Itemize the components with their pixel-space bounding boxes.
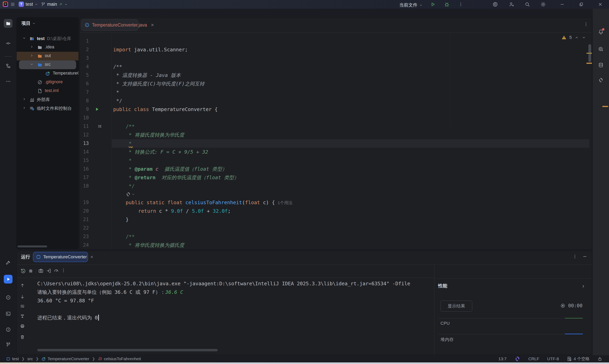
unlock-icon[interactable] <box>597 356 602 361</box>
inspections-widget[interactable]: 5 <box>561 35 586 40</box>
tool-structure-button[interactable] <box>4 62 13 70</box>
ai-assistant-status-icon[interactable] <box>514 356 520 362</box>
file-encoding[interactable]: UTF-8 <box>547 356 559 361</box>
windows-taskbar-edge <box>0 363 609 364</box>
editor-tab-options-button[interactable] <box>582 20 590 28</box>
record-icon <box>560 303 565 308</box>
tree-item-test[interactable]: testD:\桌面\仓库 <box>17 34 78 43</box>
panel-divider[interactable] <box>434 264 434 354</box>
code-with-me-button[interactable] <box>507 0 515 8</box>
breadcrumb-celsiusToFahrenheit[interactable]: mcelsiusToFahrenheit <box>98 356 141 361</box>
console-up-button[interactable] <box>20 283 25 288</box>
breadcrumb-test[interactable]: test <box>6 356 19 361</box>
profiler-button[interactable] <box>53 268 59 274</box>
print-button[interactable] <box>20 324 25 329</box>
line-separator[interactable]: CRLF <box>528 356 539 361</box>
tool-run-button[interactable] <box>4 275 13 284</box>
project-widget[interactable]: T test <box>19 1 38 7</box>
chev-right-icon <box>22 97 26 101</box>
warning-stripe-mark[interactable] <box>586 53 592 54</box>
run-panel-options-button[interactable] <box>571 253 579 260</box>
svg-text:m: m <box>100 357 101 360</box>
run-configuration-selector[interactable]: 当前文件 <box>399 2 423 8</box>
editor-tab[interactable]: C TemperatureConverter.java <box>81 19 138 30</box>
cpu-label: CPU <box>441 321 450 326</box>
notification-badge <box>602 28 604 30</box>
code-line-17: * @return 对应的华氏温度值（float 类型） <box>80 173 592 182</box>
run-button[interactable] <box>429 0 437 8</box>
console-down-button[interactable] <box>20 294 25 299</box>
close-tab-icon[interactable] <box>90 255 94 259</box>
indent-setting[interactable]: 4 个空格 <box>567 356 590 362</box>
commit-icon <box>6 41 11 46</box>
project-panel-header[interactable]: 项目 <box>21 20 36 26</box>
attach-button[interactable] <box>46 268 52 274</box>
tree-item-gitignore[interactable]: .gitignore <box>17 78 78 87</box>
tree-item-out[interactable]: out <box>17 52 78 61</box>
expand-panel-icon[interactable] <box>581 284 586 289</box>
tool-ai-chat-button[interactable] <box>598 46 604 52</box>
console-more-button[interactable] <box>61 268 67 274</box>
run-tab[interactable]: TemperatureConverter <box>33 252 88 262</box>
ai-generate-inlay[interactable] <box>126 190 135 198</box>
previous-warning-icon[interactable] <box>574 35 579 40</box>
chevron-down-icon <box>32 22 36 25</box>
ai-assistant-button[interactable] <box>491 0 499 8</box>
console-line-2: 请输入要转换的温度与单位（例如 36.6 C 或 97 F）：36.6 C <box>37 288 183 296</box>
snapshot-button[interactable] <box>38 268 44 274</box>
run-tab-title: TemperatureConverter <box>43 254 87 260</box>
close-tab-icon[interactable] <box>150 23 155 27</box>
vcs-widget[interactable]: main <box>41 1 68 7</box>
tool-ai-assistant-button[interactable] <box>598 77 604 83</box>
more-vertical-icon <box>458 2 463 7</box>
clear-console-button[interactable] <box>20 335 25 340</box>
tool-build-button[interactable] <box>4 258 13 267</box>
scroll-to-end-icon <box>20 314 25 319</box>
tree-item-idea[interactable]: .idea <box>17 43 78 52</box>
ai-assistant-logo-icon <box>598 77 604 83</box>
tool-more-button[interactable] <box>4 77 13 86</box>
tool-commit-button[interactable] <box>4 39 13 48</box>
project-horizontal-scrollbar[interactable] <box>17 246 47 247</box>
tree-item-[interactable]: 外部库 <box>17 95 78 104</box>
tree-item-testiml[interactable]: test.iml <box>17 87 78 95</box>
stop-button[interactable] <box>28 268 34 274</box>
class-run-icon: C <box>41 357 46 361</box>
show-results-button[interactable]: 显示结果 <box>441 300 472 312</box>
warning-count: 5 <box>569 35 572 40</box>
caret-position[interactable]: 13:7 <box>498 356 506 361</box>
warning-stripe-mark[interactable] <box>586 63 592 64</box>
hide-panel-button[interactable] <box>581 253 589 260</box>
minimize-button[interactable] <box>558 0 566 8</box>
tool-git-button[interactable] <box>4 340 13 349</box>
tree-item-[interactable]: 临时文件和控制台 <box>17 104 78 113</box>
breadcrumb-src[interactable]: src <box>27 356 33 361</box>
tree-item-src[interactable]: src <box>17 61 78 69</box>
tool-notifications-button[interactable] <box>598 29 604 35</box>
database-icon <box>598 62 604 68</box>
console-horizontal-scrollbar[interactable] <box>37 349 218 351</box>
search-everywhere-button[interactable] <box>523 0 531 8</box>
close-button[interactable] <box>596 0 604 8</box>
main-menu-button[interactable] <box>9 0 17 8</box>
tool-problems-button[interactable] <box>4 325 13 334</box>
settings-button[interactable] <box>539 0 547 8</box>
idea-logo-icon[interactable] <box>3 1 8 7</box>
scroll-to-end-button[interactable] <box>20 314 25 319</box>
stripe-mark <box>602 106 608 107</box>
restore-button[interactable] <box>577 0 585 8</box>
tool-database-button[interactable] <box>598 62 604 68</box>
tree-item-TemperatureConverter[interactable]: CTemperatureConverter <box>17 69 78 78</box>
problems-icon <box>6 327 11 332</box>
tool-project-button[interactable] <box>4 19 13 28</box>
editor-area[interactable]: C TemperatureConverter.java 12import jav… <box>80 17 592 249</box>
breadcrumb-TemperatureConverter[interactable]: CTemperatureConverter <box>41 356 89 361</box>
soft-wrap-button[interactable] <box>20 304 25 309</box>
rerun-button[interactable] <box>20 268 26 274</box>
heap-graph-line <box>565 334 583 334</box>
next-warning-icon[interactable] <box>582 35 586 40</box>
tool-services-button[interactable] <box>4 293 13 302</box>
more-actions-button[interactable] <box>457 0 465 8</box>
tool-terminal-button[interactable] <box>4 309 13 318</box>
debug-button[interactable] <box>443 0 451 8</box>
